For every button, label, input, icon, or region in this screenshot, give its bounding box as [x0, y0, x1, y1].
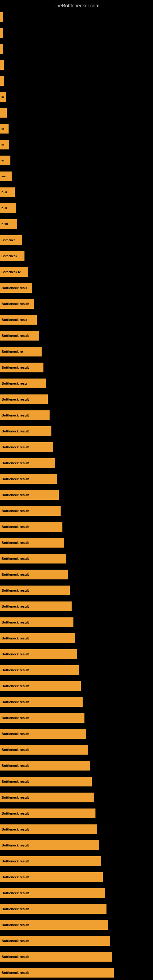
bar-label: Bottleneck result	[0, 824, 97, 834]
bar-label: Bottleneck result	[0, 601, 72, 611]
bar-row	[0, 25, 153, 41]
bar-label: Bo	[0, 140, 9, 150]
bar-label: Bottleneck result	[0, 490, 59, 500]
bar-label: Bottleneck result	[0, 681, 81, 691]
bar-label: Bottleneck result	[0, 888, 105, 898]
bar-label: Bottleneck result	[0, 713, 84, 723]
bar-row: Bottleneck result	[0, 710, 153, 726]
bar-row: Bottleneck resu	[0, 280, 153, 296]
bar-row: Bottleneck result	[0, 328, 153, 344]
bar-label: Bo	[0, 124, 9, 134]
bar-label: Bo	[0, 156, 10, 165]
bar-row: Bottleneck result	[0, 726, 153, 742]
bar-label: Bottleneck result	[0, 331, 39, 340]
bar-row: Bottl	[0, 216, 153, 232]
bar-label: Bottleneck result	[0, 426, 51, 436]
bar-label: Bottleneck result	[0, 538, 64, 547]
bar-row: B	[0, 57, 153, 73]
bar-label: Bottleneck result	[0, 761, 90, 770]
bar-label: Bottleneck result	[0, 872, 103, 882]
bar-label: Bott	[0, 204, 16, 213]
bar-row: Bottleneck result	[0, 646, 153, 662]
bar-row: Bottleneck result	[0, 566, 153, 582]
bar-label: Bott	[0, 188, 15, 197]
bar-row: Bottleneck result	[0, 455, 153, 471]
bar-label: Bottleneck re	[0, 347, 41, 356]
bar-row: Bottleneck result	[0, 598, 153, 614]
bar-label: Bottleneck result	[0, 410, 49, 420]
bar-row: Bottleneck result	[0, 901, 153, 917]
bar-row: Bottleneck result	[0, 853, 153, 869]
bar-label	[0, 28, 3, 38]
bar-label: Bottleneck result	[0, 299, 34, 309]
bar-row: Bottleneck result	[0, 678, 153, 694]
bar-label: Bottleneck resu	[0, 379, 46, 388]
bar-row: Bottleneck result	[0, 407, 153, 423]
bar-row: Bottleneck result	[0, 789, 153, 805]
bar-label: Bottleneck result	[0, 745, 88, 755]
bar-row: Bottleneck result	[0, 758, 153, 773]
bar-label: Bot	[0, 172, 12, 181]
bar-label: Bottleneck resu	[0, 283, 32, 293]
bar-row: Bottleneck result	[0, 503, 153, 519]
bar-label: Bottleneck result	[0, 808, 96, 818]
bar-label: B	[0, 60, 4, 70]
bar-label: Bottleneck result	[0, 697, 83, 707]
bar-row: Bo	[0, 137, 153, 153]
bar-label	[0, 12, 3, 22]
bar-row: B	[0, 73, 153, 89]
bar-row: Bottleneck result	[0, 821, 153, 837]
bar-label: Bottleneck result	[0, 920, 108, 930]
bar-row: Bottleneck	[0, 248, 153, 264]
bar-label: Bottleneck result	[0, 649, 77, 659]
bar-label: Bottleneck result	[0, 729, 86, 739]
bar-label: Bottleneck result	[0, 952, 112, 962]
bar-row	[0, 9, 153, 25]
bar-label: Bottleneck result	[0, 633, 75, 643]
bar-row: Bottleneck result	[0, 662, 153, 678]
bar-row: Bo	[0, 89, 153, 105]
bar-row: Bottleneck result	[0, 439, 153, 455]
bar-row: Bottleneck result	[0, 296, 153, 312]
bar-row: Bottleneck result	[0, 742, 153, 758]
bar-label: Bottleneck result	[0, 442, 53, 452]
bar-label: Bottleneck result	[0, 776, 92, 786]
bar-label: Bottleneck result	[0, 474, 57, 484]
bar-row: Bottleneck result	[0, 869, 153, 885]
bar-row: Bottleneck result	[0, 805, 153, 821]
bar-label: Bottleneck result	[0, 570, 68, 579]
bar-label: Bo	[0, 92, 6, 102]
bar-row: Bottleneck result	[0, 487, 153, 503]
bar-row: Bottleneck result	[0, 933, 153, 949]
bar-row: Bottleneck result	[0, 360, 153, 375]
bars-container: BBBoBBoBoBoBotBottBottBottlBottlenecBott…	[0, 9, 153, 980]
bar-label: Bottleneck result	[0, 585, 70, 595]
bar-label: Bottleneck re	[0, 267, 28, 277]
bar-row: Bottleneck result	[0, 773, 153, 789]
bar-label: B	[0, 76, 4, 86]
bar-label: Bottleneck result	[0, 617, 73, 627]
bar-row: Bottleneck result	[0, 582, 153, 598]
bar-label: Bottleneck result	[0, 363, 43, 372]
bar-row: Bottleneck resu	[0, 312, 153, 328]
bar-row: Bottleneck result	[0, 917, 153, 933]
bar-label: Bottleneck result	[0, 904, 107, 914]
bar-label: Bottleneck result	[0, 395, 48, 404]
bar-label	[0, 44, 3, 54]
bar-row: Bottlenec	[0, 232, 153, 248]
bar-row: Bo	[0, 121, 153, 137]
bar-label: Bottleneck result	[0, 522, 62, 531]
bar-label: Bottleneck	[0, 251, 24, 261]
bar-row	[0, 41, 153, 57]
bar-label: Bottleneck result	[0, 936, 110, 946]
bar-label: Bottlenec	[0, 235, 22, 245]
bar-row: Bottleneck result	[0, 423, 153, 439]
bar-row: Bottleneck result	[0, 535, 153, 550]
bar-label: Bottl	[0, 219, 17, 229]
bar-label: Bottleneck result	[0, 968, 114, 978]
bar-row: Bottleneck result	[0, 614, 153, 630]
bar-row: Bottleneck result	[0, 949, 153, 965]
bar-row: B	[0, 105, 153, 121]
bar-row: Bottleneck resu	[0, 375, 153, 391]
bar-row: Bottleneck result	[0, 694, 153, 710]
